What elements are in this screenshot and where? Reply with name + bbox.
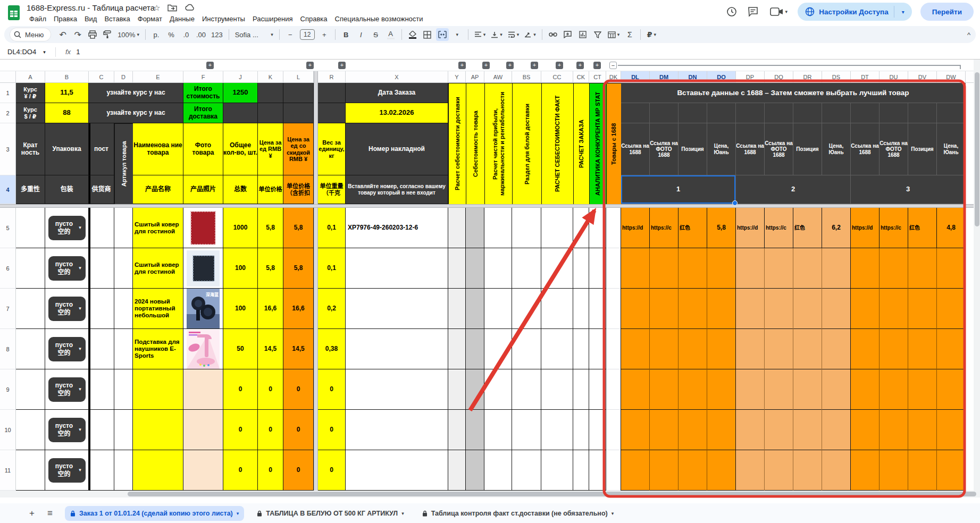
row-header-4[interactable]: 4 — [0, 175, 16, 204]
cell-section-shipping-cost[interactable]: Расчет себестоимости доставки — [448, 83, 466, 204]
share-button[interactable]: Настройки Доступа ▾ — [798, 3, 911, 21]
star-icon[interactable]: ☆ — [153, 3, 160, 13]
col-header-DP[interactable]: DP — [736, 71, 765, 83]
row-header-11[interactable]: 11 — [0, 450, 16, 491]
menu-help[interactable]: Справка — [297, 14, 331, 24]
more-formats-button[interactable]: 123 — [210, 28, 224, 41]
horizontal-scrollbar-thumb[interactable] — [128, 492, 976, 496]
tab-caret-icon[interactable]: ▾ — [401, 511, 404, 516]
cell-1688-h-price[interactable]: Цена, Юань — [707, 123, 736, 175]
cell-discount-price[interactable]: 14,5 — [283, 329, 314, 369]
menu-view[interactable]: Вид — [81, 14, 101, 24]
cell-rate-usd-label[interactable]: Курс $ / ₽ — [16, 103, 45, 123]
horizontal-scrollbar[interactable] — [0, 491, 980, 497]
cell-empty[interactable] — [283, 103, 314, 123]
cell-unit-price[interactable]: 0 — [258, 450, 283, 491]
cells-colC-empty[interactable] — [89, 208, 114, 491]
cell-1688-h-position[interactable]: Позиция — [908, 123, 937, 175]
cell-unit-weight[interactable]: 0,2 — [318, 289, 346, 329]
cell-1688-h-price[interactable]: Цена, Юань — [822, 123, 851, 175]
col-header-CT[interactable]: CT — [589, 71, 606, 83]
share-caret-icon[interactable]: ▾ — [897, 9, 910, 15]
menu-insert[interactable]: Вставка — [100, 14, 133, 24]
cell-discount-price[interactable]: 0 — [283, 369, 314, 410]
cell-1688-price[interactable]: 6,2 — [822, 208, 851, 248]
cells-colDK[interactable] — [606, 208, 621, 491]
col-header-DU[interactable]: DU — [880, 71, 908, 83]
cell-empty[interactable] — [283, 83, 314, 103]
row-header-9[interactable]: 9 — [0, 369, 16, 410]
row-header-10[interactable]: 10 — [0, 410, 16, 450]
cell-discount-price[interactable]: 5,8 — [283, 208, 314, 248]
zoom-select[interactable]: 100%▾ — [116, 28, 141, 41]
cell-header-total-qty[interactable]: Общее кол-во, шт. — [223, 123, 258, 175]
cell-header-supplier[interactable]: пост — [89, 123, 114, 175]
cell-header-supplier-cn[interactable]: 供货商 — [89, 175, 114, 204]
cloud-status-icon[interactable] — [185, 3, 195, 12]
cell-1688-h-photo[interactable]: Ссылка на ФОТО 1688 — [765, 123, 793, 175]
cell-header-invoice-hint[interactable]: Вставляйте номер, согласно вашему товару… — [346, 175, 448, 204]
cell-product-photo[interactable] — [183, 248, 223, 289]
cell-qty[interactable]: 100 — [223, 289, 258, 329]
col-header-BS[interactable]: BS — [512, 71, 541, 83]
increase-font-size-button[interactable]: + — [318, 28, 331, 41]
col-header-L[interactable]: L — [283, 71, 314, 83]
expand-group-icon[interactable]: + — [531, 62, 538, 69]
cell-product-name[interactable]: Сшитый ковер для гостиной — [133, 208, 183, 248]
table-views-button[interactable]: ▾ — [606, 28, 622, 41]
expand-group-icon[interactable]: + — [506, 62, 514, 69]
cells-colY[interactable] — [448, 208, 466, 491]
cell-product-photo[interactable] — [183, 329, 223, 369]
go-button[interactable]: Перейти — [920, 3, 974, 21]
cell-section-white-delivery[interactable]: Раздел для белой доставки — [512, 83, 541, 204]
col-header-K[interactable]: K — [258, 71, 283, 83]
col-header-DN[interactable]: DN — [679, 71, 707, 83]
col-header-B[interactable]: B — [45, 71, 89, 83]
cell-1688-banner[interactable]: Вставьте данные с 1688 – Затем сможете в… — [621, 83, 966, 103]
pack-dropdown[interactable]: пусто 空的▾ — [45, 208, 89, 248]
cell-unit-weight[interactable]: 0,1 — [318, 208, 346, 248]
frozen-columns-divider[interactable] — [314, 71, 318, 491]
col-header-DL[interactable]: DL — [621, 71, 650, 83]
cell-discount-price[interactable]: 0 — [283, 450, 314, 491]
sheets-logo-icon[interactable] — [7, 5, 20, 21]
cell-header-product-name-cn[interactable]: 产品名称 — [133, 175, 183, 204]
add-sheet-button[interactable]: + — [24, 506, 39, 521]
cell-header-unit-price[interactable]: Цена за ед RMB ¥ — [258, 123, 283, 175]
sheet-tab-active[interactable]: Заказ 1 от 01.01.24 (сделай копию этого … — [65, 506, 244, 521]
cells-1688-group3-empty[interactable] — [851, 248, 966, 491]
cell-product-photo[interactable] — [183, 208, 223, 248]
cells-colBS[interactable] — [512, 208, 541, 491]
cells-colAP[interactable] — [466, 208, 484, 491]
cell-1688-h-position[interactable]: Позиция — [793, 123, 822, 175]
cell-rate-usd-value[interactable]: 88 — [45, 103, 89, 123]
functions-button[interactable]: Σ — [623, 28, 636, 41]
cell-unit-weight[interactable]: 0 — [318, 410, 346, 450]
row-header-8[interactable]: 8 — [0, 329, 16, 369]
cell-discount-price[interactable]: 16,6 — [283, 289, 314, 329]
menu-tools[interactable]: Инструменты — [198, 14, 249, 24]
cells-colA-empty[interactable] — [16, 208, 45, 491]
cell-header-discount-price[interactable]: Цена за ед со скидкой RMB ¥ — [283, 123, 314, 175]
cell-unit-weight[interactable]: 0,38 — [318, 329, 346, 369]
cell-1688-h-position[interactable]: Позиция — [679, 123, 707, 175]
cell-header-multiplicity[interactable]: Крат ность — [16, 123, 45, 175]
cell-qty[interactable]: 50 — [223, 329, 258, 369]
cell-1688-h-price[interactable]: Цена, Юань — [937, 123, 966, 175]
cell-1688-group-2[interactable]: 2 — [736, 175, 851, 204]
merge-caret-icon[interactable]: ▾ — [451, 28, 464, 41]
col-header-DS[interactable]: DS — [822, 71, 851, 83]
col-header-J[interactable]: J — [223, 71, 258, 83]
cell-1688-photo-link[interactable]: https://c — [880, 208, 908, 248]
pack-dropdown[interactable]: пусто 空的▾ — [45, 450, 89, 491]
format-percent-button[interactable]: % — [165, 28, 178, 41]
expand-group-icon[interactable]: + — [556, 62, 563, 69]
row-header-1[interactable]: 1 — [0, 83, 16, 103]
cell-rate-cny-value[interactable]: 11,5 — [45, 83, 89, 103]
cell-1688-photo-link[interactable]: https://c — [650, 208, 679, 248]
formula-input[interactable]: 1 — [76, 48, 80, 56]
tab-caret-icon[interactable]: ▾ — [612, 511, 614, 516]
row-header-7[interactable]: 7 — [0, 289, 16, 329]
menu-edit[interactable]: Правка — [50, 14, 81, 24]
frozen-rows-divider[interactable] — [0, 204, 980, 208]
